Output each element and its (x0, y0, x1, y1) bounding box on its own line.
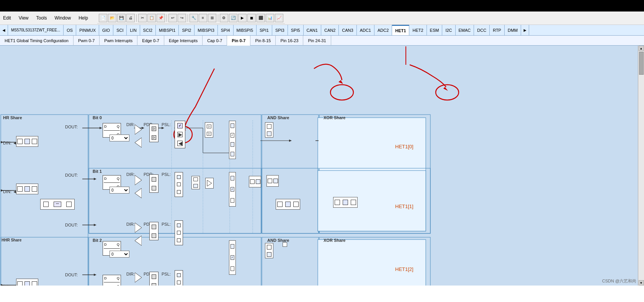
tab-het1[interactable]: HET1 (392, 25, 409, 36)
toolbar-redo[interactable]: ↪ (178, 14, 186, 22)
toolbar-btn10[interactable]: ≡ (199, 14, 207, 22)
svg-rect-3 (319, 115, 430, 233)
col-dir-2: DIR: (126, 222, 135, 226)
and-share-1 (249, 176, 261, 187)
tab-emac[interactable]: EMAC (456, 25, 474, 36)
psl-block-3[interactable] (175, 270, 183, 286)
sub-tab-pwm-int[interactable]: Pwm Interrupts (100, 36, 137, 46)
tab-dmm[interactable]: DMM (505, 25, 521, 36)
menu-item-help[interactable]: Help (77, 15, 90, 21)
svg-marker-60 (135, 272, 142, 282)
toolbar-sep4 (218, 14, 218, 22)
tab-spi5[interactable]: SPI5 (288, 25, 304, 36)
svg-marker-57 (207, 180, 212, 186)
toolbar-btn16[interactable]: ⬛ (257, 14, 265, 22)
bit-select-2[interactable]: 0 1 (110, 251, 129, 258)
tab-nav-next[interactable]: ► (521, 25, 529, 36)
col-psl-1: PSL: (162, 172, 171, 177)
dir-block-inv-1 (135, 188, 142, 199)
svg-marker-53 (178, 133, 182, 137)
menu-item-tools[interactable]: Tools (34, 15, 48, 21)
toolbar-btn15[interactable]: ◼ (247, 14, 256, 22)
svg-marker-17 (100, 127, 102, 129)
tab-adc1[interactable]: ADC1 (357, 25, 374, 36)
tab-file[interactable]: MS570LS3137ZWT_FREE... (8, 25, 64, 36)
tab-rtp[interactable]: RTP (490, 25, 505, 36)
scroll-thumb[interactable] (639, 52, 644, 75)
menu-item-window[interactable]: Window (53, 15, 73, 21)
tab-spi3[interactable]: SPI3 (272, 25, 288, 36)
sub-tab-pwm07[interactable]: Pwm 0-7 (74, 36, 100, 46)
psl-block-1[interactable] (175, 172, 183, 197)
d-block-2b: DQ Q (103, 275, 121, 286)
sub-tab-pin2431[interactable]: Pin 24-31 (303, 36, 331, 46)
psl-block-0[interactable]: ✓ (175, 121, 185, 148)
tab-lin[interactable]: LIN (127, 25, 140, 36)
svg-rect-13 (318, 240, 426, 286)
svg-marker-52 (135, 138, 142, 148)
tab-can1[interactable]: CAN1 (304, 25, 321, 36)
svg-marker-58 (135, 223, 142, 233)
toolbar-btn14[interactable]: ▶ (238, 14, 247, 22)
toolbar-paste[interactable]: 📌 (157, 14, 165, 22)
sub-tab-pin07[interactable]: Pin 0-7 (227, 36, 250, 46)
toolbar-btn11[interactable]: ⊞ (208, 14, 216, 22)
svg-marker-31 (94, 274, 96, 276)
scrollbar[interactable]: ▲ ▼ (638, 46, 644, 286)
tab-sci2[interactable]: SCI2 (140, 25, 156, 36)
bit-select-0[interactable]: 0 1 (110, 135, 129, 141)
tab-adc2[interactable]: ADC2 (374, 25, 392, 36)
sub-tab-pin1623[interactable]: Pin 16-23 (276, 36, 303, 46)
sub-tab-edge-int[interactable]: Edge Interrupts (164, 36, 203, 46)
bit-select-1[interactable]: 0 1 (110, 187, 129, 194)
tab-spi1[interactable]: SPI1 (257, 25, 272, 36)
toolbar-copy[interactable]: 📋 (147, 14, 156, 22)
tab-gio[interactable]: GIO (99, 25, 113, 36)
toolbar-btn17[interactable]: 📊 (266, 14, 274, 22)
tab-mibspi3[interactable]: MIBSPI3 (195, 25, 217, 36)
and-share-2-conn (283, 242, 287, 247)
watermark: CSDN @六艺和尚 (602, 278, 636, 284)
tab-nav-prev[interactable]: ◄ (0, 25, 8, 36)
menu-item-edit[interactable]: Edit (2, 15, 13, 21)
tab-os[interactable]: OS (64, 25, 76, 36)
toolbar-cut[interactable]: ✂ (138, 14, 147, 22)
sub-tab-global[interactable]: HET1 Global Timing Configuration (0, 36, 74, 46)
psl-block-2[interactable] (175, 220, 183, 245)
menu-item-view[interactable]: View (17, 15, 30, 21)
scroll-up-btn[interactable]: ▲ (639, 46, 644, 51)
toolbar-undo[interactable]: ↩ (168, 14, 177, 22)
label-bit2: Bit 2 (93, 238, 102, 243)
toolbar-btn18[interactable]: 📈 (275, 14, 283, 22)
tab-can3[interactable]: CAN3 (339, 25, 356, 36)
tab-spi4[interactable]: SPI4 (218, 25, 234, 36)
tab-het2[interactable]: HET2 (409, 25, 427, 36)
toolbar-btn4[interactable]: 🖨 (126, 14, 135, 22)
hr-share-box-1 (16, 184, 38, 194)
toolbar-btn13[interactable]: 🔄 (229, 14, 237, 22)
dir-block-inv-0 (135, 138, 142, 148)
tab-esm[interactable]: ESM (427, 25, 443, 36)
toolbar-open[interactable]: 📂 (108, 14, 116, 22)
sub-tab-pin815[interactable]: Pin 8-15 (250, 36, 276, 46)
din-label-2: DIN: ◄ (3, 284, 17, 286)
dout-label-2: DOUT: (65, 223, 78, 227)
toolbar-btn12[interactable]: ⚙ (220, 14, 228, 22)
scroll-down-btn[interactable]: ▼ (639, 280, 644, 286)
pdr-block-1 (149, 174, 159, 193)
tab-pinmux[interactable]: PINMUX (76, 25, 99, 36)
sub-tab-cap07[interactable]: Cap 0-7 (203, 36, 227, 46)
tab-spi2[interactable]: SPI2 (179, 25, 195, 36)
toolbar-save[interactable]: 💾 (117, 14, 126, 22)
tab-i2c[interactable]: I2C (442, 25, 455, 36)
tab-can2[interactable]: CAN2 (321, 25, 339, 36)
toolbar-btn9[interactable]: 🔧 (190, 14, 198, 22)
sub-tab-edge07[interactable]: Edge 0-7 (137, 36, 164, 46)
tab-sci[interactable]: SCI (113, 25, 127, 36)
tab-dcc[interactable]: DCC (474, 25, 490, 36)
tab-mibspi1[interactable]: MIBSPI1 (156, 25, 179, 36)
toolbar-new[interactable]: 📄 (99, 14, 107, 22)
svg-marker-38 (289, 140, 292, 142)
and-chain-2: ✓ (229, 240, 236, 275)
tab-mibspi5[interactable]: MIBSPI5 (234, 25, 257, 36)
